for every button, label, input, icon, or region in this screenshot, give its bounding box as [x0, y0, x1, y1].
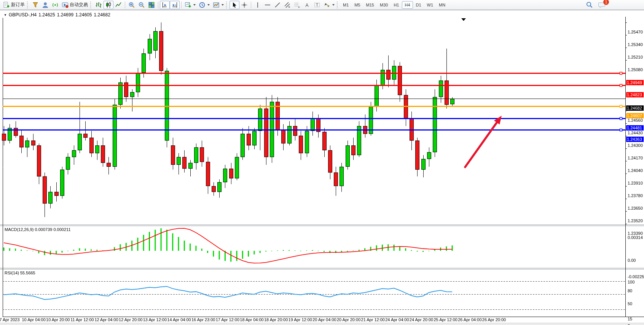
date-tick-label: 17 Apr 12:00 [216, 317, 239, 322]
price-tick-label: 1.25210 [628, 55, 643, 59]
trendline-icon [274, 2, 281, 8]
profile-button[interactable] [40, 1, 50, 9]
dropdown-caret-icon [193, 4, 196, 6]
trendline-tool-button[interactable] [273, 1, 282, 9]
auto-scroll-icon [171, 2, 178, 8]
toolbar-separator [226, 2, 228, 8]
search-icon[interactable] [586, 1, 593, 8]
rsi-indicator-label: RSI(14) 55.5665 [5, 271, 35, 275]
arrows-tool-icon [324, 2, 330, 8]
autotrade-icon [62, 2, 69, 8]
bar-chart-button[interactable] [94, 1, 104, 9]
price-tick-label: 1.25080 [628, 67, 643, 72]
zoom-out-button[interactable] [137, 1, 147, 9]
timeframe-h4-button[interactable]: H4 [402, 1, 413, 9]
window-menu-icon[interactable]: ▼ [4, 13, 7, 17]
new-chart-button[interactable] [183, 1, 197, 9]
macd-axis-label: 0.00 [628, 258, 636, 263]
date-tick-label: 10 Apr 20:00 [46, 317, 70, 322]
chart-shift-button[interactable] [160, 1, 170, 9]
main-toolbar: 新订单 自动交易 [0, 0, 644, 10]
date-tick-label: 14 Apr 04:00 [167, 317, 191, 322]
date-tick-label: 21 Apr 12:00 [361, 317, 385, 322]
svg-text:F: F [298, 6, 300, 8]
templates-button[interactable] [211, 1, 225, 9]
arrows-tool-button[interactable] [322, 1, 336, 9]
channel-tool-button[interactable]: E [282, 1, 292, 9]
notification-badge: 1 [603, 0, 609, 5]
periods-button[interactable] [197, 1, 211, 9]
timeframe-m1-button[interactable]: M1 [340, 1, 351, 9]
price-tick-label: 1.23780 [628, 193, 643, 198]
rsi-axis-label: 50 [628, 301, 632, 306]
zoom-in-icon [128, 2, 135, 8]
timeframe-group: M1M5M15M30H1H4D1W1MN [340, 1, 448, 9]
dropdown-caret-icon [332, 4, 335, 6]
macd-axis-label: 0.00314 [628, 235, 643, 240]
timeframe-m15-button[interactable]: M15 [363, 1, 377, 9]
template-icon [213, 2, 220, 8]
toolbar-separator [337, 2, 339, 8]
chart-canvas[interactable] [0, 10, 644, 325]
date-tick-label: 26 Apr 04:00 [458, 317, 481, 322]
label-tool-button[interactable]: T [312, 1, 322, 9]
price-tick-label: 1.23650 [628, 206, 643, 210]
chart-window: ▼ GBPUSD-,H4 1.24625 1.24699 1.24605 1.2… [0, 10, 644, 325]
tile-windows-button[interactable] [147, 1, 156, 9]
bar-chart-icon [95, 2, 102, 8]
date-tick-label: 20 Apr 04:00 [312, 317, 336, 322]
date-tick-label: 11 Apr 12:00 [70, 317, 94, 322]
text-tool-button[interactable]: A [302, 1, 312, 9]
date-tick-label: 10 Apr 04:00 [22, 317, 45, 322]
date-tick-label: 18 Apr 20:00 [264, 317, 288, 322]
date-tick-label: 13 Apr 12:00 [143, 317, 167, 322]
price-line-label: 1.24607 [626, 113, 644, 118]
new-order-label: 新订单 [11, 2, 25, 8]
timeframe-mn-button[interactable]: MN [436, 1, 448, 9]
timeframe-m30-button[interactable]: M30 [377, 1, 391, 9]
line-chart-icon [115, 2, 122, 8]
rsi-axis-label: 0 [628, 323, 630, 325]
styler-button[interactable] [30, 1, 40, 9]
svg-text:T: T [316, 3, 318, 7]
timeframe-w1-button[interactable]: W1 [424, 1, 436, 9]
new-chart-icon [185, 2, 191, 8]
horizontal-line-tool-button[interactable] [263, 1, 273, 9]
price-tick-label: 1.24170 [628, 156, 643, 160]
vertical-line-icon [254, 2, 261, 8]
auto-scroll-button[interactable] [170, 1, 180, 9]
date-tick-label: 7 Apr 2023 [0, 317, 20, 322]
zoom-out-icon [138, 2, 145, 8]
crosshair-button[interactable] [239, 1, 249, 9]
line-chart-button[interactable] [113, 1, 123, 9]
date-tick-label: 16 Apr 23:00 [191, 317, 215, 322]
signal-button[interactable] [50, 1, 60, 9]
vertical-line-tool-button[interactable] [253, 1, 263, 9]
price-tick-label: 1.24430 [628, 131, 643, 135]
timeframe-d1-button[interactable]: D1 [413, 1, 424, 9]
price-tick-label: 1.24040 [628, 168, 643, 173]
text-tool-icon: A [304, 2, 311, 8]
toolbar-separator [181, 2, 182, 8]
chat-button[interactable]: 1 [598, 2, 606, 8]
horizontal-scrollbar[interactable] [0, 323, 644, 325]
fibonacci-tool-button[interactable]: F [292, 1, 302, 9]
new-order-icon [3, 2, 10, 8]
date-tick-label: 24 Apr 04:00 [385, 317, 409, 322]
date-tick-label: 26 Apr 20:00 [482, 317, 506, 322]
cursor-button[interactable] [230, 1, 239, 9]
timeframe-m5-button[interactable]: M5 [352, 1, 363, 9]
date-tick-label: 19 Apr 12:00 [289, 317, 312, 322]
candlestick-chart-button[interactable] [104, 1, 113, 9]
price-tick-label: 1.23520 [628, 218, 643, 223]
zoom-in-button[interactable] [127, 1, 137, 9]
new-order-button[interactable]: 新订单 [2, 1, 26, 9]
date-tick-label: 12 Apr 04:00 [94, 317, 118, 322]
price-tick-label: 1.25470 [628, 30, 643, 34]
timeframe-h1-button[interactable]: H1 [391, 1, 402, 9]
rsi-axis-label: 15 [628, 317, 632, 321]
macd-indicator-label: MACD(12,26,9) 0.000739 0.000211 [5, 227, 71, 232]
autotrade-button[interactable]: 自动交易 [60, 1, 89, 9]
price-line-label: 1.24363 [626, 137, 644, 142]
label-tool-icon: T [314, 2, 320, 8]
